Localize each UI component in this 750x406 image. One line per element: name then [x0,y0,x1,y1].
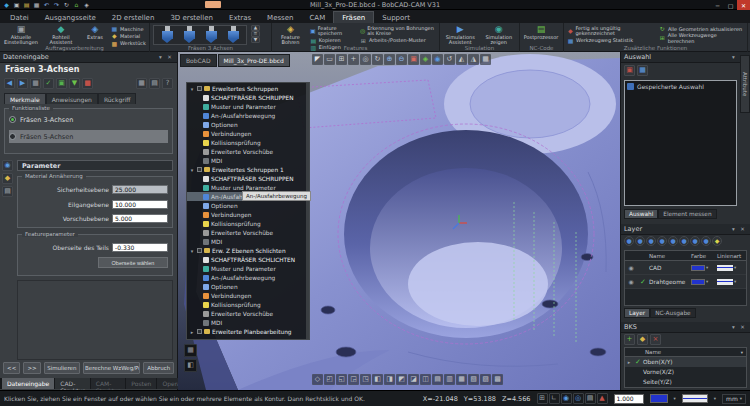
color-dropdown-caret-icon[interactable]: ▾ [706,279,708,284]
expand-caret-icon[interactable]: ▾ [189,167,195,173]
tree-item-erweiterte-vorsch-be[interactable]: Erweiterte Vorschübe [187,228,309,237]
filter-caret-icon[interactable]: ▾ [741,350,743,355]
delete-operation-icon[interactable]: ■ [82,78,93,89]
view-style-3-icon[interactable]: ▦ [456,374,467,385]
3d-viewport[interactable]: BobCADMill_3x_Pro-DE.bbcd ◤▭⊞+◎↻⊕⊖▣◈◉↺◭◮… [178,52,620,390]
posten-muster-button[interactable]: ⊞Arbeits-/Posten-Muster [360,38,436,44]
add-ucs-icon[interactable]: + [624,334,635,345]
oberseite-waehlen-button[interactable]: Oberseite wählen [98,257,168,268]
show-all-layers-icon[interactable]: ● [668,236,678,246]
saved-selection-list[interactable]: Gespeicherte Auswahl [624,80,737,206]
calculator-icon[interactable]: ▦ [136,78,147,89]
tree-item-muster-und-parameter[interactable]: Muster und Parameter [187,102,309,111]
linetype-dropdown-caret-icon[interactable]: ▾ [714,396,716,401]
select-arrow-icon[interactable]: ◤ [312,54,323,65]
ucs-row-vorne-x-z[interactable]: Vorne(X/Z) [625,367,746,377]
new-selection-icon[interactable]: ▣ [624,65,635,76]
ribbon-tab-3d-erstellen[interactable]: 3D erstellen [162,12,221,23]
pin-panel-icon[interactable]: ▾ [729,323,738,331]
bohrungen-als-kreise-button[interactable]: ◎Erkennung von Bohrungen als Kreise [360,26,436,37]
wizard-tab-r-ckgriff[interactable]: Rückgriff [98,93,137,104]
undo-view-icon[interactable]: ↺ [444,54,455,65]
tree-group-erw-z-ebenen-schlichten[interactable]: ▾Erw. Z Ebenen Schlichten [187,246,309,255]
feature-list-option-5axis[interactable]: Fräsen 5-Achsen [9,130,168,143]
ucs-xz-icon[interactable]: ◈ [420,54,431,65]
hide-all-layers-icon[interactable]: ● [679,236,689,246]
tree-item-mdi[interactable]: MDI [187,156,309,165]
saved-selection-item[interactable]: Gespeicherte Auswahl [627,83,734,90]
milling-operation-2-icon[interactable] [181,26,197,44]
next-operation-button[interactable]: >> [23,362,40,374]
kopieren-button[interactable]: ▤Kopieren [310,38,356,44]
layer-status-icon[interactable]: ▤ [585,393,596,404]
selection-tab-element-messen[interactable]: Element messen [658,209,716,219]
linetype-dropdown-caret-icon[interactable]: ▾ [734,265,736,270]
maximize-button[interactable]: ▢ [724,0,737,10]
save-operation-icon[interactable]: ▼ [69,78,80,89]
rohteil-assistent-button[interactable]: ◆ Rohteil Assistent [43,25,79,46]
front-view-icon[interactable]: ◱ [336,374,347,385]
ucs-xy-icon[interactable]: ▣ [408,54,419,65]
notes-icon[interactable]: ▤ [2,186,13,197]
chain-select-icon[interactable]: ⊞ [336,54,347,65]
shaded-view-icon[interactable]: ◭ [456,54,467,65]
rotate-view-icon[interactable]: ↻ [372,54,383,65]
feature-speichern-button[interactable]: ▣Feature speichern [310,26,356,37]
oberseite-des-teils-input[interactable] [112,243,168,252]
minimize-button[interactable]: ─ [711,0,724,10]
color-dropdown-caret-icon[interactable]: ▾ [674,396,676,401]
operation-checkbox[interactable] [197,167,202,172]
alle-werkzeugwege-berechnen-button[interactable]: ⊞Alle Werkzeugwege berechnen [659,33,744,44]
bottom-tab-cad-struktur[interactable]: CAD-Struktur [55,378,90,389]
expand-caret-icon[interactable]: ▸ [189,329,195,335]
left-view-icon[interactable]: ◳ [360,374,371,385]
pin-panel-icon[interactable]: ▾ [729,53,738,61]
feature-bohren-button[interactable]: ◈ Feature Bohren [275,25,306,46]
window-select-icon[interactable]: ▭ [324,54,335,65]
cancel-button[interactable]: Abbruch [143,362,174,374]
tree-group-erweiterte-planbearbeitung[interactable]: ▸Erweiterte Planbearbeitung [187,327,309,336]
ribbon-tab-extras[interactable]: Extras [221,12,259,23]
operation-checkbox[interactable] [197,248,202,253]
ribbon-tab-2d-erstellen[interactable]: 2D erstellen [104,12,163,23]
back-view-icon[interactable]: ◧ [372,374,383,385]
report-icon[interactable]: ▤ [149,78,160,89]
right-view-icon[interactable]: ◲ [348,374,359,385]
bottom-tab-cam-struktur[interactable]: CAM-Struktur [91,378,126,389]
tree-item-verbindungen[interactable]: Verbindungen [187,210,309,219]
layer-tab-layer[interactable]: Layer [624,308,650,318]
layer-color-swatch[interactable] [691,279,705,285]
pin-panel-icon[interactable]: ▾ [729,225,738,233]
add-layer-icon[interactable]: ● [624,236,634,246]
set-current-layer-icon[interactable]: ● [690,236,700,246]
posting-icon[interactable]: ◉ [2,160,13,171]
move-layer-up-icon[interactable]: ● [646,236,656,246]
gallery-scroll-down-icon[interactable]: ▼ [251,37,260,43]
milling-operation-3-icon[interactable] [203,26,219,44]
pin-panel-icon[interactable]: ▾ [156,53,165,61]
view-style-2-icon[interactable]: ▥ [444,374,455,385]
grid-icon[interactable]: ▦ [480,54,491,65]
sicherheitsebene-input[interactable] [112,185,168,194]
bottom-view-icon[interactable]: ◨ [384,374,395,385]
vorschubebene-input[interactable] [112,214,168,223]
snap-point-icon[interactable]: ◉ [561,393,572,404]
layer-settings-icon[interactable]: ● [701,236,711,246]
milling-operation-4-icon[interactable] [225,26,241,44]
tree-item-optionen[interactable]: Optionen [187,201,309,210]
layer-linetype[interactable] [717,279,733,285]
rotate-right-icon[interactable]: ◪ [408,374,419,385]
expand-caret-icon[interactable]: ▾ [189,86,195,92]
tree-item-an-ausfahrbewegung[interactable]: An-/Ausfahrbewegung [187,111,309,120]
tree-item-verbindungen[interactable]: Verbindungen [187,291,309,300]
simulation-zeigen-button[interactable]: ◉ Simulation zeigen [482,25,517,46]
iso-view-icon[interactable]: ◇ [312,374,323,385]
zoom-window-icon[interactable]: ◎ [360,54,371,65]
document-tab-bobcad[interactable]: BobCAD [180,54,217,67]
prev-step-icon[interactable]: ◀ [4,78,15,89]
close-panel-icon[interactable]: ✕ [738,323,747,331]
view-style-1-icon[interactable]: ▤ [432,374,443,385]
material-button[interactable]: ◆Material [111,33,146,39]
workspace-2d-icon[interactable]: ▦ [184,344,197,357]
tree-scrollbar[interactable] [306,83,309,339]
